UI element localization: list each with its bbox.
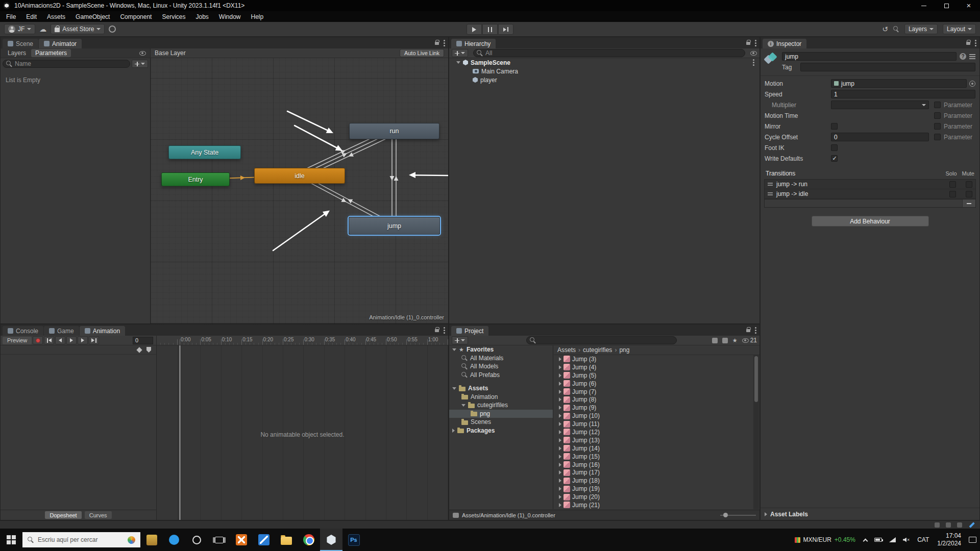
tab-console[interactable]: Console (3, 326, 43, 336)
asset-store-button[interactable]: Asset Store (51, 24, 105, 34)
scrollbar-thumb[interactable] (754, 356, 758, 402)
close-button[interactable] (958, 0, 980, 11)
panel-menu-icon[interactable] (755, 327, 756, 329)
asset-row[interactable]: Jump (5) (554, 371, 753, 380)
asset-labels-section[interactable]: Asset Labels (761, 508, 979, 520)
state-name-field[interactable]: jump (782, 52, 957, 61)
tab-inspector[interactable]: Inspector (763, 39, 806, 48)
tab-animator[interactable]: Animator (39, 39, 82, 48)
expand-icon[interactable] (559, 406, 561, 410)
battery-button[interactable] (871, 538, 886, 542)
curves-button[interactable]: Curves (85, 511, 112, 519)
asset-row[interactable]: Jump (18) (554, 477, 753, 485)
menu-item[interactable]: File (1, 13, 21, 20)
task-view-button[interactable] (208, 529, 230, 551)
expand-icon[interactable] (559, 357, 561, 361)
asset-row[interactable]: Jump (15) (554, 453, 753, 461)
first-frame-button[interactable] (44, 336, 54, 344)
breadcrumb-segment[interactable]: png (619, 346, 629, 354)
expand-icon[interactable] (559, 487, 561, 491)
status-tray-icon[interactable] (946, 522, 951, 528)
tab-hierarchy[interactable]: Hierarchy (451, 39, 496, 48)
tab-animation[interactable]: Animation (80, 326, 125, 336)
favorites-root[interactable]: ★ Favorites (449, 345, 553, 354)
status-tray-icon[interactable] (957, 522, 962, 528)
panel-menu-icon[interactable] (444, 327, 445, 329)
taskbar-app-orange[interactable] (230, 529, 253, 551)
transition-row[interactable]: jump -> idle (765, 189, 975, 199)
asset-row[interactable]: Jump (6) (554, 380, 753, 388)
minimize-button[interactable] (913, 0, 935, 11)
show-hidden-icons-button[interactable] (860, 537, 871, 543)
lock-icon[interactable] (435, 329, 439, 332)
expand-icon[interactable] (559, 463, 561, 467)
layers-dropdown[interactable]: Layers (904, 24, 938, 34)
thumbnail-size-slider[interactable] (720, 515, 756, 516)
step-button[interactable] (498, 24, 513, 35)
hierarchy-item-player[interactable]: player (449, 76, 760, 84)
project-search-input[interactable] (526, 336, 677, 344)
asset-row[interactable]: Jump (9) (554, 404, 753, 412)
asset-row[interactable]: Jump (3) (554, 355, 753, 363)
add-keyframe-icon[interactable] (136, 347, 142, 353)
tab-game[interactable]: Game (44, 326, 79, 336)
auto-live-link-button[interactable]: Auto Live Link (400, 49, 444, 57)
foldout-open-icon[interactable] (452, 387, 456, 390)
expand-icon[interactable] (559, 373, 561, 378)
menu-item[interactable]: Assets (42, 13, 70, 20)
pause-button[interactable] (482, 24, 498, 35)
lock-icon[interactable] (435, 42, 439, 45)
expand-icon[interactable] (559, 503, 561, 507)
dopesheet-button[interactable]: Dopesheet (45, 511, 81, 519)
speed-field[interactable]: 1 (831, 90, 975, 98)
play-button[interactable] (467, 24, 482, 35)
tab-project[interactable]: Project (451, 326, 488, 336)
mute-checkbox[interactable] (966, 181, 972, 188)
foldout-open-icon[interactable] (461, 404, 465, 407)
asset-row[interactable]: Jump (7) (554, 388, 753, 396)
mirror-parameter-checkbox[interactable] (934, 123, 941, 130)
motion-time-parameter-checkbox[interactable] (934, 112, 941, 119)
next-key-button[interactable] (78, 336, 88, 344)
hierarchy-item-main-camera[interactable]: Main Camera (449, 67, 760, 76)
asset-row[interactable]: Jump (12) (554, 428, 753, 436)
preview-button[interactable]: Preview (3, 337, 32, 344)
record-button[interactable] (33, 336, 43, 344)
help-icon[interactable] (960, 53, 966, 60)
chrome-button[interactable] (298, 529, 320, 551)
create-asset-button[interactable] (452, 336, 468, 344)
expand-icon[interactable] (559, 390, 561, 394)
folder-scenes[interactable]: Scenes (449, 418, 553, 427)
mute-checkbox[interactable] (966, 191, 972, 197)
favorites-item[interactable]: All Materials (449, 354, 553, 363)
tag-field[interactable] (800, 63, 975, 71)
folder-cutegirlfiles[interactable]: cutegirlfiles (449, 401, 553, 410)
asset-row[interactable]: Jump (16) (554, 461, 753, 469)
hierarchy-search-input[interactable]: All (473, 49, 745, 57)
clock[interactable]: 17:04 1/2/2024 (933, 532, 965, 547)
expand-icon[interactable] (559, 438, 561, 442)
scrollbar[interactable] (753, 355, 759, 509)
maximize-button[interactable] (935, 0, 958, 11)
add-event-icon[interactable] (146, 347, 151, 353)
action-center-button[interactable] (965, 537, 980, 543)
star-icon[interactable]: ★ (732, 338, 738, 343)
dopesheet-area[interactable]: No animatable object selected. (157, 345, 448, 520)
cortana-button[interactable] (185, 529, 208, 551)
breadcrumb-segment[interactable]: Assets (557, 346, 576, 354)
state-node-idle[interactable]: idle (254, 168, 345, 184)
current-frame-field[interactable]: 0 (133, 337, 153, 344)
eye-icon[interactable] (139, 51, 146, 56)
tab-layers[interactable]: Layers (4, 49, 30, 57)
expand-icon[interactable] (559, 455, 561, 459)
write-defaults-checkbox[interactable] (831, 155, 838, 162)
asset-row[interactable]: Jump (20) (554, 493, 753, 501)
multiplier-parameter-checkbox[interactable] (934, 102, 941, 108)
network-button[interactable] (886, 537, 899, 542)
drag-handle-icon[interactable] (768, 192, 773, 195)
multiplier-dropdown[interactable] (831, 101, 929, 109)
tab-scene[interactable]: Scene (3, 39, 38, 48)
hidden-count-badge[interactable]: 21 (742, 337, 757, 344)
folder-animation[interactable]: Animation (449, 393, 553, 402)
scene-row[interactable]: SampleScene (449, 58, 760, 67)
